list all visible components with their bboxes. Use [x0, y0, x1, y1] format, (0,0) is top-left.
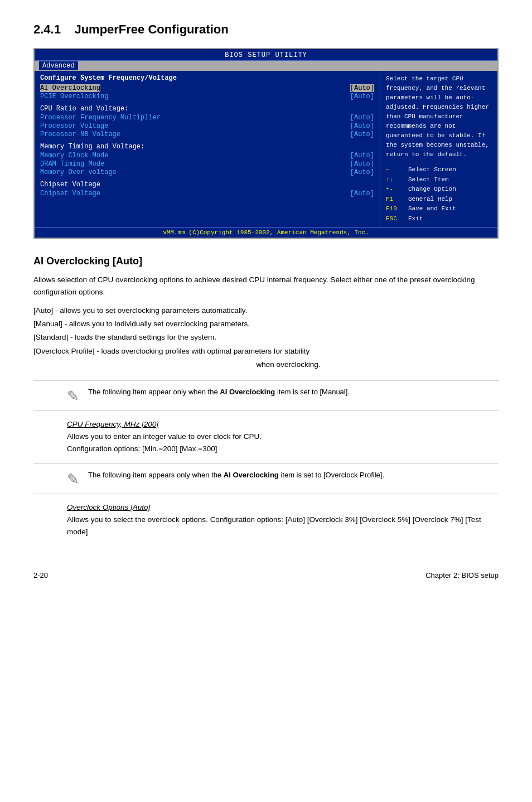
bios-label-proc-voltage: Processor Voltage: [40, 122, 108, 130]
bios-label-chipset-voltage: Chipset Voltage: [40, 190, 100, 197]
bios-row-proc-freq-mult[interactable]: Processor Frequency Multiplier [Auto]: [40, 114, 374, 122]
bios-footer: vMM.mm (C)Copyright 1985-2002, American …: [35, 227, 497, 238]
bios-value-proc-freq-mult: [Auto]: [350, 114, 374, 122]
bios-key-change-option: +- Change Option: [386, 185, 492, 194]
bios-title: BIOS SETUP UTILITY: [225, 51, 307, 59]
bios-key-select-screen: ↔ Select Screen: [386, 165, 492, 175]
note-box-1: ✎ The following item appear only when th…: [33, 380, 499, 411]
note-text-2: The following item appears only when the…: [88, 470, 384, 481]
bios-key-esc: ESC Exit: [386, 214, 492, 224]
bios-right-panel: Select the target CPU frequency, and the…: [380, 71, 497, 227]
footer-chapter: Chapter 2: BIOS setup: [425, 571, 499, 579]
bios-value-dram-timing: [Auto]: [350, 160, 374, 168]
sub-item-overclock-options-body: Allows you to select the overclock optio…: [67, 514, 499, 538]
bios-key-save-exit: F10 Save and Exit: [386, 204, 492, 214]
sub-item-cpu-freq-title: CPU Frequency, MHz [200]: [67, 420, 499, 428]
bios-value-proc-nb-voltage: [Auto]: [350, 131, 374, 138]
bios-key-select-item: ↑↓ Select Item: [386, 175, 492, 185]
option-overclock-profile: [Overclock Profile] - loads overclocking…: [33, 345, 499, 358]
section-title: 2.4.1 JumperFree Configuration: [33, 22, 499, 37]
bios-label-dram-timing: DRAM Timing Mode: [40, 160, 104, 168]
pencil-icon-2: ✎: [67, 471, 79, 488]
bios-row-pcie-overclocking[interactable]: PCIE Overclocking [Auto]: [40, 93, 374, 100]
subsection-intro: Allows selection of CPU overclocking opt…: [33, 274, 499, 298]
bios-row-proc-nb-voltage[interactable]: Processor-NB Voltage [Auto]: [40, 131, 374, 138]
bios-row-chipset-voltage[interactable]: Chipset Voltage [Auto]: [40, 190, 374, 197]
bios-panel: BIOS SETUP UTILITY Advanced Configure Sy…: [33, 48, 499, 239]
option-standard: [Standard] - loads the standard settings…: [33, 331, 499, 344]
bios-label-pcie-overclocking: PCIE Overclocking: [40, 93, 108, 100]
bios-configure-header: Configure System Frequency/Voltage: [40, 74, 374, 82]
footer-page-number: 2-20: [33, 571, 48, 579]
bios-row-ai-overclocking[interactable]: AI Overclocking [Auto]: [40, 84, 374, 92]
bios-key-general-help: F1 General Help: [386, 195, 492, 204]
bios-body: Configure System Frequency/Voltage AI Ov…: [35, 71, 497, 227]
sub-item-overclock-options-title: Overclock Options [Auto]: [67, 503, 499, 511]
note-box-2: ✎ The following item appears only when t…: [33, 463, 499, 494]
bios-label-proc-freq-mult: Processor Frequency Multiplier: [40, 114, 161, 122]
bios-label-memory-clock-mode: Memory Clock Mode: [40, 152, 108, 160]
bios-label-memory-overvoltage: Memory Over voltage: [40, 168, 117, 176]
bios-menu-bar: Advanced: [35, 61, 497, 71]
bios-label-proc-nb-voltage: Processor-NB Voltage: [40, 131, 120, 138]
bios-value-proc-voltage: [Auto]: [350, 122, 374, 130]
pencil-icon-1: ✎: [67, 388, 79, 405]
bios-row-proc-voltage[interactable]: Processor Voltage [Auto]: [40, 122, 374, 130]
bios-value-pcie-overclocking: [Auto]: [350, 93, 374, 100]
bios-left-panel: Configure System Frequency/Voltage AI Ov…: [35, 71, 380, 227]
bios-value-ai-overclocking: [Auto]: [350, 84, 374, 92]
bios-active-tab[interactable]: Advanced: [39, 61, 78, 70]
sub-item-cpu-freq-body: Allows you to enter an integer value to …: [67, 431, 499, 455]
bios-row-memory-clock-mode[interactable]: Memory Clock Mode [Auto]: [40, 152, 374, 160]
bios-title-bar: BIOS SETUP UTILITY: [35, 49, 497, 61]
page-footer: 2-20 Chapter 2: BIOS setup: [33, 571, 499, 579]
bios-help-text: Select the target CPU frequency, and the…: [386, 74, 492, 160]
bios-group-cpu-ratio: CPU Ratio and Voltage:: [40, 105, 374, 113]
bios-value-memory-clock-mode: [Auto]: [350, 152, 374, 160]
bios-group-chipset: Chipset Voltage: [40, 181, 374, 189]
bios-group-memory-timing: Memory Timing and Voltage:: [40, 143, 374, 151]
bios-row-dram-timing[interactable]: DRAM Timing Mode [Auto]: [40, 160, 374, 168]
bios-value-memory-overvoltage: [Auto]: [350, 168, 374, 176]
bios-label-ai-overclocking: AI Overclocking: [40, 84, 100, 92]
options-list: [Auto] - allows you to set overclocking …: [33, 304, 499, 371]
option-manual: [Manual] - allows you to individually se…: [33, 317, 499, 331]
option-overclock-profile-cont: when overclocking.: [78, 358, 499, 371]
option-auto: [Auto] - allows you to set overclocking …: [33, 304, 499, 317]
note-text-1: The following item appear only when the …: [88, 386, 350, 398]
subsection-title: AI Overclocking [Auto]: [33, 255, 499, 267]
bios-value-chipset-voltage: [Auto]: [350, 190, 374, 197]
bios-row-memory-overvoltage[interactable]: Memory Over voltage [Auto]: [40, 168, 374, 176]
